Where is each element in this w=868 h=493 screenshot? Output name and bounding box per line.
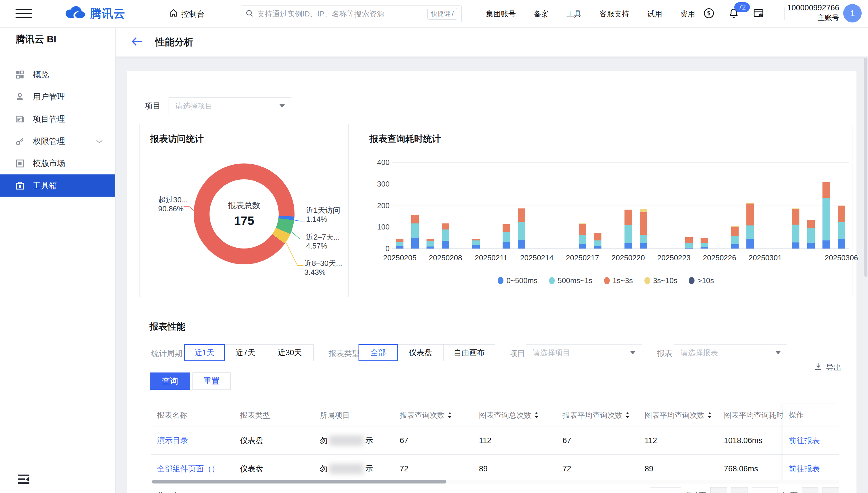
sidebar-item-用户管理[interactable]: 用户管理 — [0, 86, 115, 108]
prev-page-button[interactable]: ‹ — [731, 487, 748, 493]
report-name-link[interactable]: 演示目录 — [157, 426, 188, 455]
bar-segment-0~500ms[interactable] — [426, 246, 434, 249]
bar-segment-0~500ms[interactable] — [747, 239, 754, 249]
bar-segment-1s~3s[interactable] — [442, 223, 449, 230]
sidebar-item-概览[interactable]: 概览 — [0, 63, 115, 86]
bar-segment-0~500ms[interactable] — [731, 244, 739, 249]
bar-segment-1s~3s[interactable] — [411, 215, 419, 223]
bar-segment-1s~3s[interactable] — [640, 212, 647, 235]
bar-segment-3s~10s[interactable] — [747, 203, 754, 203]
bar-segment-500ms~1s[interactable] — [747, 226, 754, 239]
bar-segment-500ms~1s[interactable] — [426, 241, 434, 246]
notifications-bell[interactable]: 72 — [728, 7, 739, 20]
legend-item-1s~3s[interactable]: 1s~3s — [604, 276, 633, 285]
project-select[interactable]: 请选择项目 — [169, 98, 291, 114]
bar-segment-1s~3s[interactable] — [792, 209, 799, 224]
topbar-menu-item-2[interactable]: 工具 — [566, 9, 582, 19]
bar-segment-1s~3s[interactable] — [822, 182, 830, 198]
sort-icon[interactable] — [625, 412, 630, 419]
type-option-自由画布[interactable]: 自由画布 — [443, 344, 495, 361]
bar-segment-0~500ms[interactable] — [518, 240, 525, 249]
report-name-link[interactable]: 全部组件页面（） — [157, 455, 219, 483]
bar-segment-500ms~1s[interactable] — [640, 235, 647, 243]
bar-segment-500ms~1s[interactable] — [411, 223, 419, 238]
type-option-仪表盘[interactable]: 仪表盘 — [397, 344, 444, 361]
bar-segment-0~500ms[interactable] — [594, 246, 601, 249]
sidebar-item-模版市场[interactable]: 模版市场 — [0, 152, 115, 174]
global-search-box[interactable]: 快捷键 / — [241, 5, 462, 22]
bar-segment-0~500ms[interactable] — [624, 243, 632, 249]
column-header-图表查询总次数[interactable]: 图表查询总次数 — [479, 404, 539, 426]
column-header-报表查询次数[interactable]: 报表查询次数 — [400, 404, 452, 426]
bar-segment-0~500ms[interactable] — [396, 245, 403, 249]
bar-segment-0~500ms[interactable] — [503, 242, 510, 249]
query-button[interactable]: 查询 — [150, 372, 190, 390]
tencent-cloud-logo[interactable]: 腾讯云 — [64, 5, 125, 22]
bar-segment-500ms~1s[interactable] — [838, 222, 845, 239]
account-info[interactable]: 100000992766 主账号 — [787, 3, 839, 22]
community-icon[interactable] — [703, 7, 715, 20]
bar-segment-500ms~1s[interactable] — [579, 235, 586, 244]
bar-segment-500ms~1s[interactable] — [624, 225, 632, 243]
bar-segment-3s~10s[interactable] — [731, 226, 739, 227]
bar-segment-500ms~1s[interactable] — [396, 242, 403, 245]
bar-segment-0~500ms[interactable] — [807, 243, 815, 249]
bar-segment-500ms~1s[interactable] — [822, 198, 830, 240]
bar-segment-0~500ms[interactable] — [579, 244, 586, 249]
bar-segment-500ms~1s[interactable] — [807, 228, 815, 243]
legend-item-0~500ms[interactable]: 0~500ms — [498, 276, 537, 285]
bar-segment-500ms~1s[interactable] — [518, 222, 525, 240]
bar-segment-1s~3s[interactable] — [747, 203, 754, 226]
bar-segment-0~500ms[interactable] — [822, 240, 830, 249]
type-option-全部[interactable]: 全部 — [358, 344, 398, 361]
legend-item-3s~10s[interactable]: 3s~10s — [644, 276, 677, 285]
perf-report-select[interactable]: 请选择报表 — [674, 344, 787, 361]
bar-segment-0~500ms[interactable] — [640, 243, 647, 249]
bar-segment-0~500ms[interactable] — [411, 238, 419, 249]
sort-icon[interactable] — [534, 412, 539, 419]
bar-segment-500ms~1s[interactable] — [503, 232, 510, 242]
bar-segment-3s~10s[interactable] — [822, 181, 830, 182]
bar-segment-1s~3s[interactable] — [426, 239, 434, 241]
bar-segment-1s~3s[interactable] — [396, 239, 403, 242]
console-home-link[interactable]: 控制台 — [169, 8, 205, 20]
table-horizontal-scrollbar[interactable] — [151, 480, 839, 484]
bar-segment-1s~3s[interactable] — [731, 227, 739, 236]
bar-segment-1s~3s[interactable] — [700, 238, 708, 243]
next-page-button[interactable]: › — [802, 487, 819, 493]
hamburger-menu-icon[interactable] — [16, 9, 32, 19]
reset-button[interactable]: 重置 — [193, 372, 230, 390]
bar-segment-1s~3s[interactable] — [472, 239, 480, 240]
bar-segment-0~500ms[interactable] — [442, 241, 449, 249]
sort-icon[interactable] — [708, 412, 712, 419]
export-button[interactable]: 导出 — [814, 362, 842, 373]
period-option-近30天[interactable]: 近30天 — [266, 344, 314, 361]
bar-segment-500ms~1s[interactable] — [442, 230, 449, 241]
topbar-menu-item-4[interactable]: 试用 — [647, 9, 662, 19]
console-settings-icon[interactable] — [753, 7, 764, 20]
topbar-menu-item-1[interactable]: 备案 — [534, 9, 549, 19]
go-to-report-link[interactable]: 前往报表 — [789, 464, 820, 474]
bar-segment-0~500ms[interactable] — [472, 245, 480, 249]
bar-segment-1s~3s[interactable] — [594, 233, 601, 240]
bar-segment-500ms~1s[interactable] — [731, 236, 739, 244]
bar-segment-500ms~1s[interactable] — [700, 243, 708, 248]
bar-segment-1s~3s[interactable] — [518, 209, 525, 222]
first-page-button[interactable]: ⇤ — [710, 487, 727, 493]
perf-project-select[interactable]: 请选择项目 — [526, 344, 642, 361]
bar-segment-0~500ms[interactable] — [838, 239, 845, 249]
sort-icon[interactable] — [448, 412, 452, 419]
sidebar-collapse-icon[interactable] — [17, 473, 30, 485]
page-size-select[interactable]: 10 — [650, 487, 681, 493]
legend-item->10s[interactable]: >10s — [689, 276, 714, 285]
legend-item-500ms~1s[interactable]: 500ms~1s — [549, 276, 593, 285]
bar-segment-500ms~1s[interactable] — [594, 240, 601, 246]
period-option-近1天[interactable]: 近1天 — [184, 344, 225, 361]
bar-segment-0~500ms[interactable] — [700, 248, 708, 249]
column-header-报表平均查询次数[interactable]: 报表平均查询次数 — [562, 404, 630, 426]
back-arrow-icon[interactable] — [131, 36, 143, 48]
avatar[interactable]: 1 — [843, 4, 862, 22]
bar-segment-3s~10s[interactable] — [579, 223, 586, 224]
bar-segment-1s~3s[interactable] — [579, 224, 586, 235]
bar-segment-1s~3s[interactable] — [807, 220, 815, 228]
